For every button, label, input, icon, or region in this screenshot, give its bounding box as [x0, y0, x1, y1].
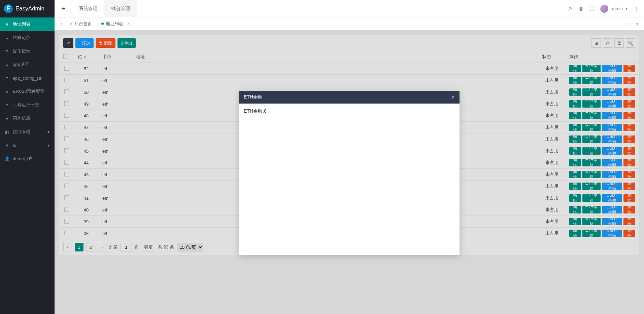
chevron-down-icon: ▾: [47, 129, 50, 134]
list-icon: ≡: [5, 35, 9, 40]
sidebar-item-9[interactable]: ≡tx▾: [0, 139, 55, 152]
sidebar-item-0[interactable]: ≡地址列表: [0, 17, 55, 31]
top-tab-wallet[interactable]: 钱包管理: [104, 0, 137, 17]
modal-title: ETH余额: [244, 94, 263, 100]
tab-label: 地址列表: [106, 21, 123, 27]
content: ⟳ +添加 🗑删除 ⎙导出 ⊞ ⎙ 🖶 🔍 ID⇅: [55, 30, 644, 314]
logo-icon: E: [4, 4, 13, 13]
nav-label: tx: [13, 143, 16, 148]
tabs-dropdown-icon[interactable]: ▾: [633, 21, 641, 26]
tab-home[interactable]: 后台首页: [65, 17, 97, 30]
avatar: [600, 5, 608, 13]
sidebar-item-8[interactable]: ◧接口管理▾: [0, 125, 55, 139]
nav-label: 接口管理: [13, 129, 30, 135]
sidebar-item-10[interactable]: 👤demo用户: [0, 152, 55, 165]
user-icon: 👤: [5, 156, 9, 161]
logo: E EasyAdmin: [0, 0, 55, 17]
nav-label: 提币记录: [13, 48, 30, 54]
tabs-next-icon[interactable]: ›: [625, 21, 633, 26]
tabs-bar: ‹ 后台首页 地址列表 ✕ › ▾: [55, 17, 644, 30]
topbar: ☰ 系统管理 钱包管理 ⟳ 🗑 ⛶ admin ▾ ⋮: [55, 0, 644, 17]
chevron-down-icon: ▾: [47, 143, 50, 148]
nav-label: 转账记录: [13, 35, 30, 41]
tab-label: 后台首页: [74, 21, 92, 27]
list-icon: ≡: [5, 22, 9, 27]
modal: ETH余额 ✕ ETH余额:0: [239, 91, 460, 255]
nav-label: app设置: [13, 62, 29, 68]
list-icon: ≡: [5, 76, 9, 81]
list-icon: ≡: [5, 143, 9, 148]
tab-dot-icon: [70, 23, 72, 25]
close-icon[interactable]: ✕: [451, 94, 455, 100]
refresh-icon[interactable]: ⟳: [569, 6, 573, 11]
fullscreen-icon[interactable]: ⛶: [589, 6, 594, 11]
menu-toggle-icon[interactable]: ☰: [55, 0, 72, 17]
list-icon: ≡: [5, 49, 9, 54]
nav-label: ERC20币种配置: [13, 88, 44, 94]
chevron-down-icon: ▾: [625, 6, 628, 11]
close-icon[interactable]: ✕: [127, 22, 130, 26]
main: ☰ 系统管理 钱包管理 ⟳ 🗑 ⛶ admin ▾ ⋮ ‹ 后台首页: [55, 0, 644, 314]
username: admin: [611, 6, 623, 11]
list-icon: ≡: [5, 62, 9, 67]
nav-label: app_config_str: [13, 76, 41, 81]
top-tab-system[interactable]: 系统管理: [72, 0, 104, 17]
list-icon: ≡: [5, 116, 9, 121]
user-menu[interactable]: admin ▾: [600, 5, 628, 13]
modal-overlay[interactable]: ETH余额 ✕ ETH余额:0: [55, 30, 644, 314]
app-name: EasyAdmin: [15, 5, 44, 12]
sidebar-item-6[interactable]: ≡工具运行日志: [0, 98, 55, 112]
tab-address-list[interactable]: 地址列表 ✕: [97, 17, 135, 30]
tabs-prev-icon[interactable]: ‹: [57, 21, 65, 26]
modal-body: ETH余额:0: [239, 104, 460, 255]
port-icon: ◧: [5, 129, 9, 134]
trash-icon[interactable]: 🗑: [579, 6, 583, 11]
nav-label: 工具运行日志: [13, 102, 39, 108]
sidebar: E EasyAdmin ≡地址列表≡转账记录≡提币记录≡app设置≡app_co…: [0, 0, 55, 314]
sidebar-item-5[interactable]: ≡ERC20币种配置: [0, 85, 55, 98]
sidebar-item-4[interactable]: ≡app_config_str: [0, 71, 55, 85]
list-icon: ≡: [5, 89, 9, 94]
tab-dot-icon: [101, 23, 104, 25]
sidebar-item-7[interactable]: ≡同步信息: [0, 112, 55, 125]
nav-label: demo用户: [13, 156, 33, 162]
modal-header: ETH余额 ✕: [239, 91, 460, 104]
nav-label: 同步信息: [13, 115, 30, 121]
list-icon: ≡: [5, 103, 9, 108]
sidebar-item-3[interactable]: ≡app设置: [0, 58, 55, 71]
sidebar-item-1[interactable]: ≡转账记录: [0, 31, 55, 44]
more-icon[interactable]: ⋮: [634, 6, 639, 11]
sidebar-item-2[interactable]: ≡提币记录: [0, 44, 55, 58]
nav-label: 地址列表: [13, 21, 30, 27]
